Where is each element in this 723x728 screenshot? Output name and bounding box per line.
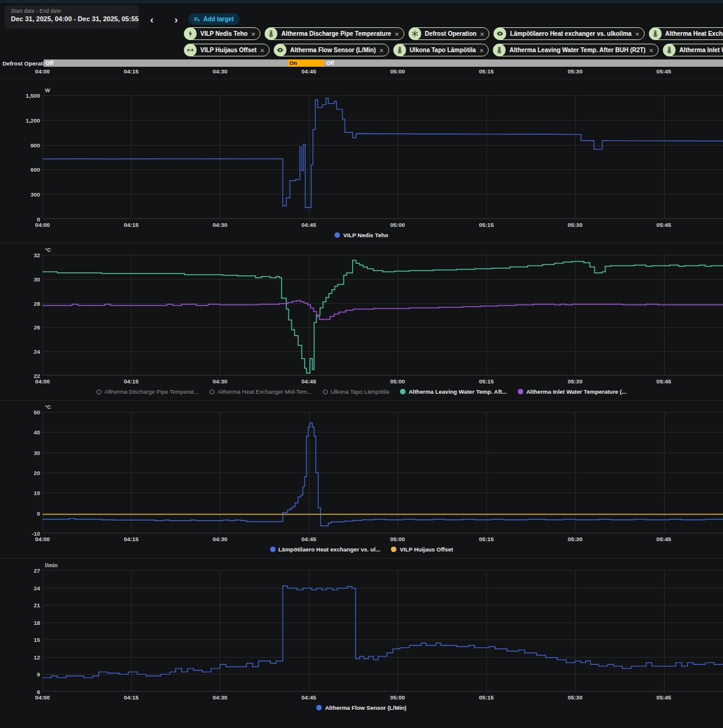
y-tick-label: 18: [11, 619, 40, 626]
legend-label: VILP Nedis Teho: [343, 232, 388, 238]
y-tick-label: 40: [11, 429, 40, 436]
date-range-picker[interactable]: Start date - End date Dec 31, 2025, 04:0…: [5, 5, 139, 29]
time-tick-label: 04:30: [206, 221, 233, 228]
time-tick-label: 05:30: [562, 694, 588, 701]
section-divider: [0, 400, 723, 401]
y-tick-label: 32: [11, 252, 40, 258]
close-icon[interactable]: ×: [479, 30, 485, 38]
time-tick-label: 04:30: [206, 536, 233, 542]
chart-plot-area[interactable]: [42, 570, 723, 692]
thermometer-icon: [663, 44, 676, 56]
add-target-button[interactable]: Add target: [188, 13, 240, 25]
timeline-segment-off[interactable]: Off: [324, 59, 723, 67]
legend-label: Altherma Inlet Water Temperature (...: [526, 388, 626, 395]
target-chip[interactable]: Altherma Leaving Water Temp. After BUH (…: [493, 44, 659, 56]
axis-unit-label: °C: [45, 404, 51, 410]
legend-dot: [334, 232, 340, 238]
close-icon[interactable]: ×: [250, 30, 256, 38]
close-icon[interactable]: ×: [378, 47, 384, 54]
y-tick-label: 9: [11, 671, 40, 678]
chart-legend: Altherma Flow Sensor (L/Min): [0, 704, 723, 711]
close-icon[interactable]: ×: [634, 30, 640, 38]
arrows-icon: [184, 44, 197, 56]
y-tick-label: 30: [11, 450, 40, 456]
y-tick-label: 1,200: [11, 117, 40, 124]
next-period-button[interactable]: ›: [168, 15, 184, 27]
close-icon[interactable]: ×: [478, 47, 484, 54]
y-tick-label: 50: [11, 409, 40, 416]
time-tick-label: 05:30: [562, 378, 588, 385]
y-tick-label: 24: [11, 585, 40, 592]
thermometer-icon: [393, 44, 406, 56]
thermometer-icon: [649, 27, 662, 40]
legend-item[interactable]: VILP Huijaus Offset: [391, 546, 453, 553]
section-divider: [0, 558, 723, 559]
add-target-label: Add target: [203, 16, 234, 22]
timeline-segment-off[interactable]: Off: [44, 59, 288, 67]
legend-label: Ulkona Tapo Lämpötila: [331, 388, 389, 395]
timeline-time-tick: 05:00: [384, 68, 411, 75]
legend-item[interactable]: Altherma Flow Sensor (L/Min): [316, 704, 406, 711]
legend-item[interactable]: VILP Nedis Teho: [334, 232, 388, 238]
y-tick-label: 300: [11, 191, 40, 198]
timeline-state-text: Off: [44, 59, 288, 67]
legend-label: Altherma Flow Sensor (L/Min): [325, 704, 406, 711]
time-tick-label: 05:45: [651, 536, 677, 542]
prev-period-button[interactable]: ‹: [144, 15, 160, 27]
target-chip-label: VILP Nedis Teho: [200, 30, 248, 37]
legend-item[interactable]: Ulkona Tapo Lämpötila: [323, 388, 389, 395]
target-chip[interactable]: Ulkona Tapo Lämpötila×: [393, 44, 489, 56]
time-tick-label: 04:15: [118, 694, 144, 701]
target-chip[interactable]: VILP Nedis Teho×: [184, 27, 260, 40]
target-chip[interactable]: Altherma Discharge Pipe Temperature×: [265, 27, 404, 40]
legend-item[interactable]: Lämpötilaero Heat exchanger vs. ul...: [270, 546, 381, 553]
time-tick-label: 05:30: [562, 221, 588, 228]
target-chip[interactable]: Altherma Inlet Water Temperature (R4T)×: [663, 44, 723, 56]
defrost-state-timeline[interactable]: OffOnOff: [44, 59, 723, 67]
target-chip-label: Altherma Leaving Water Temp. After BUH (…: [509, 47, 645, 53]
series-line: [42, 423, 723, 525]
top-accent-bar: [0, 0, 723, 3]
legend-label: Altherma Discharge Pipe Temperat...: [104, 388, 199, 395]
legend-item[interactable]: Altherma Inlet Water Temperature (...: [518, 388, 626, 395]
flash-icon: [184, 27, 197, 40]
y-tick-label: 28: [11, 300, 40, 307]
close-icon[interactable]: ×: [393, 30, 399, 38]
time-tick-label: 05:15: [473, 694, 500, 701]
timeline-segment-on[interactable]: On: [288, 59, 324, 67]
chart-legend: Altherma Discharge Pipe Temperat...Althe…: [0, 388, 723, 395]
y-tick-label: 1,500: [11, 92, 40, 99]
chart-plot-area[interactable]: [42, 412, 723, 533]
chart-plot-area[interactable]: [42, 95, 723, 219]
timeline-time-tick: 05:15: [473, 68, 500, 75]
target-chip[interactable]: Altherma Flow Sensor (L/Min)×: [274, 44, 389, 56]
legend-dot: [391, 547, 396, 552]
snowflake-icon: [409, 27, 421, 40]
time-tick-label: 04:45: [296, 378, 322, 385]
target-chip[interactable]: Defrost Operation×: [409, 27, 489, 40]
target-chip[interactable]: Altherma Heat Exchanger Mid-Temperature×: [649, 27, 723, 40]
chart-plot-area[interactable]: [42, 255, 723, 376]
close-icon[interactable]: ×: [648, 47, 654, 54]
legend-item[interactable]: Altherma Leaving Water Temp. Aft...: [400, 388, 507, 395]
date-range-value: Dec 31, 2025, 04:00 - Dec 31, 2025, 05:5…: [11, 15, 133, 22]
time-tick-label: 04:15: [118, 536, 144, 542]
axis-unit-label: °C: [45, 247, 51, 253]
timeline-state-text: Off: [324, 59, 723, 67]
legend-item[interactable]: Altherma Discharge Pipe Temperat...: [97, 388, 199, 395]
timeline-time-tick: 04:15: [118, 68, 144, 75]
target-chip-label: Lämpötilaero Heat exchanger vs. ulkoilma: [510, 30, 631, 37]
legend-dot-hollow: [97, 389, 101, 394]
eye-icon: [274, 44, 287, 56]
section-divider: [0, 79, 723, 79]
target-chip[interactable]: VILP Huijaus Offset×: [184, 44, 270, 56]
legend-label: Altherma Leaving Water Temp. Aft...: [409, 388, 507, 395]
time-tick-label: 04:45: [296, 536, 322, 542]
close-icon[interactable]: ×: [259, 47, 265, 54]
target-chip[interactable]: Lämpötilaero Heat exchanger vs. ulkoilma…: [494, 27, 645, 40]
legend-item[interactable]: Altherma Heat Exchanger Mid-Tem...: [209, 388, 312, 395]
target-chip-label: Altherma Discharge Pipe Temperature: [281, 30, 391, 37]
time-tick-label: 05:00: [384, 694, 411, 701]
legend-dot-hollow: [323, 389, 328, 394]
chevron-right-icon: ›: [174, 14, 178, 25]
